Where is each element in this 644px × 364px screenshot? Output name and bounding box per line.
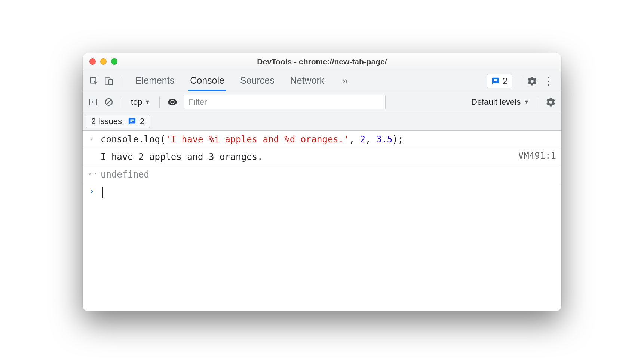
issues-label: 2 Issues: — [91, 117, 124, 126]
console-output-text: I have 2 apples and 3 oranges. — [101, 151, 506, 163]
console-settings-button[interactable] — [544, 95, 558, 109]
issues-chip[interactable]: 2 Issues: 2 — [86, 115, 150, 128]
prompt-marker-icon: › — [88, 186, 95, 197]
chevron-down-icon: ▼ — [145, 99, 151, 105]
token-number: 2 — [360, 134, 365, 145]
main-tabbar: Elements Console Sources Network » 2 ⋮ — [83, 70, 561, 92]
token-punc: , — [349, 134, 360, 145]
issues-counter[interactable]: 2 — [487, 74, 512, 88]
console-output: › console.log('I have %i apples and %d o… — [83, 131, 561, 311]
console-toolbar: top ▼ Default levels ▼ — [83, 92, 561, 112]
log-levels-selector[interactable]: Default levels ▼ — [469, 97, 532, 107]
toggle-console-sidebar-icon[interactable] — [86, 95, 100, 109]
titlebar: DevTools - chrome://new-tab-page/ — [83, 53, 561, 70]
context-label: top — [131, 97, 142, 107]
console-prompt[interactable] — [101, 186, 556, 198]
token-punc: , — [365, 134, 376, 145]
token-number: 3.5 — [376, 134, 392, 145]
issues-subbar: 2 Issues: 2 — [83, 112, 561, 131]
issues-counter-count: 2 — [503, 76, 507, 86]
levels-label: Default levels — [471, 97, 521, 107]
console-return-row: ‹· undefined — [83, 166, 561, 183]
console-output-row: I have 2 apples and 3 oranges. VM491:1 — [83, 148, 561, 166]
chat-icon — [491, 77, 500, 85]
return-marker-icon: ‹· — [88, 168, 95, 179]
svg-line-5 — [107, 100, 111, 104]
gear-icon — [546, 97, 556, 107]
source-link[interactable]: VM491:1 — [518, 151, 556, 161]
return-value: undefined — [101, 168, 556, 181]
chevron-down-icon: ▼ — [524, 99, 530, 105]
close-window-button[interactable] — [89, 58, 96, 65]
text-cursor — [102, 187, 103, 198]
device-toolbar-icon[interactable] — [101, 74, 116, 89]
token-string: 'I have %i apples and %d oranges.' — [165, 134, 349, 145]
token-punc: ( — [160, 134, 165, 145]
tab-console[interactable]: Console — [188, 71, 226, 91]
panel-tabs: Elements Console Sources Network » — [124, 71, 361, 91]
chat-icon — [128, 117, 136, 126]
input-marker-icon: › — [88, 133, 95, 144]
gear-icon — [527, 76, 537, 86]
divider — [122, 96, 122, 108]
console-command: console.log('I have %i apples and %d ora… — [101, 133, 556, 146]
minimize-window-button[interactable] — [100, 58, 107, 65]
devtools-window: DevTools - chrome://new-tab-page/ Elemen… — [83, 53, 561, 311]
divider — [538, 96, 538, 108]
token-call: console.log — [101, 134, 160, 145]
execution-context-selector[interactable]: top ▼ — [128, 97, 153, 107]
inspect-element-icon[interactable] — [86, 74, 101, 89]
live-expression-icon[interactable] — [166, 95, 179, 109]
filter-input[interactable] — [184, 95, 386, 109]
token-punc: ); — [392, 134, 403, 145]
svg-rect-2 — [109, 79, 113, 84]
divider — [159, 96, 160, 108]
more-tabs-button[interactable]: » — [338, 75, 351, 87]
settings-button[interactable] — [525, 74, 540, 89]
tab-elements[interactable]: Elements — [134, 71, 176, 91]
tab-network[interactable]: Network — [289, 71, 326, 91]
console-input-row: › console.log('I have %i apples and %d o… — [83, 131, 561, 148]
divider — [521, 75, 521, 87]
console-prompt-row[interactable]: › — [83, 183, 561, 201]
zoom-window-button[interactable] — [111, 58, 117, 65]
clear-console-icon[interactable] — [102, 95, 116, 109]
window-title: DevTools - chrome://new-tab-page/ — [83, 57, 561, 66]
more-options-button[interactable]: ⋮ — [540, 75, 558, 87]
tab-sources[interactable]: Sources — [239, 71, 276, 91]
traffic-lights — [83, 58, 117, 65]
divider — [120, 75, 120, 87]
issues-chip-count: 2 — [140, 117, 144, 126]
